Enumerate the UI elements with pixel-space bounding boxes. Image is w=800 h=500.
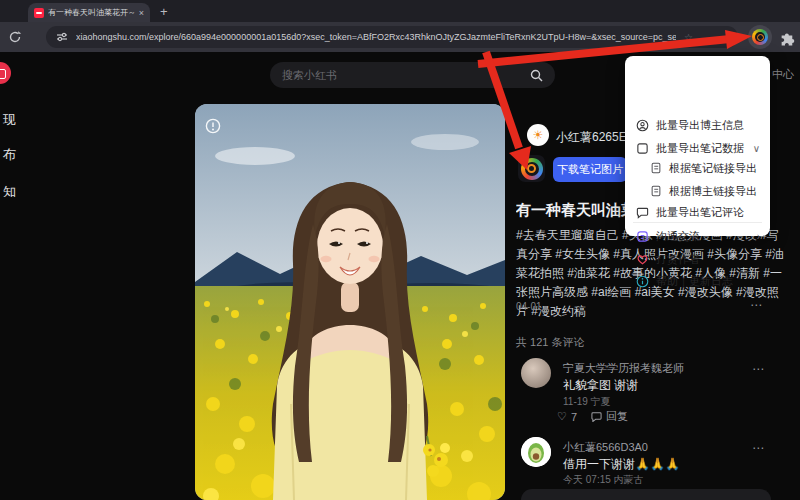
browser-tab-strip: 有一种春天叫油菜花开～普通朋 × + xyxy=(0,0,800,22)
comment-input[interactable] xyxy=(521,489,771,500)
reply-bubble-icon[interactable] xyxy=(591,411,602,422)
pray-emoji: 🙏🙏🙏 xyxy=(635,457,680,471)
info-icon xyxy=(636,275,649,288)
xiaohongshu-logo[interactable] xyxy=(0,62,11,84)
extension-logo-icon xyxy=(521,158,543,180)
menu-item-tip-author[interactable]: 打赏作者 xyxy=(625,250,770,268)
menu-item-label: 根据博主链接导出 xyxy=(669,184,757,199)
comment-text: 借用一下谢谢🙏🙏🙏 xyxy=(563,456,680,473)
browser-toolbar: xiaohongshu.com/explore/660a994e00000000… xyxy=(0,22,800,52)
bookmark-star-icon[interactable]: ☆ xyxy=(684,32,693,43)
header-partial-text: 中心 xyxy=(772,67,794,82)
xiaohongshu-favicon xyxy=(34,8,44,18)
comment-more-icon[interactable]: ⋯ xyxy=(752,362,765,376)
note-more-icon[interactable]: ⋯ xyxy=(750,298,763,312)
commenter-name[interactable]: 小红薯6566D3A0 xyxy=(563,440,648,455)
download-note-images-button[interactable]: 下载笔记图片 xyxy=(553,157,627,182)
address-bar[interactable]: xiaohongshu.com/explore/660a994e00000000… xyxy=(46,26,738,48)
tab-close-icon[interactable]: × xyxy=(139,8,144,18)
like-heart-icon[interactable]: ♡ xyxy=(557,410,567,423)
commenter-avatar[interactable] xyxy=(521,437,551,467)
comment-bubble-icon xyxy=(636,206,649,219)
menu-item-label: 批量导出笔记数据 xyxy=(656,141,744,156)
author-avatar[interactable]: ☀ xyxy=(527,124,549,146)
menu-item-export-note-comments[interactable]: 批量导出笔记评论 xyxy=(625,203,770,221)
menu-item-label: 批量导出笔记评论 xyxy=(656,205,744,220)
extension-inpage-button[interactable] xyxy=(518,155,545,182)
url-text: xiaohongshu.com/explore/660a994e00000000… xyxy=(76,32,676,42)
browser-tab[interactable]: 有一种春天叫油菜花开～普通朋 × xyxy=(28,3,150,22)
chevron-right-icon: › xyxy=(757,231,760,242)
author-name[interactable]: 小红薯6265E3 xyxy=(556,129,633,146)
menu-item-export-by-note-link[interactable]: 根据笔记链接导出 xyxy=(625,159,770,177)
search-bar[interactable] xyxy=(270,62,555,88)
image-info-icon[interactable] xyxy=(205,118,221,134)
extension-dropdown-menu: 批量导出博主信息 批量导出笔记数据 ∨ 根据笔记链接导出 根据博主链接导出 xyxy=(625,56,770,236)
new-tab-button[interactable]: + xyxy=(160,4,168,20)
extension-toolbar-button[interactable] xyxy=(748,25,772,49)
menu-item-label: 打赏作者 xyxy=(656,252,700,267)
menu-item-label: 批量导出博主信息 xyxy=(656,118,744,133)
chevron-down-icon: ∨ xyxy=(753,143,760,154)
menu-item-export-blogger-info[interactable]: 批量导出博主信息 xyxy=(625,116,770,134)
note-image[interactable] xyxy=(195,104,505,500)
comment-meta: 今天 07:15 内蒙古 xyxy=(563,473,644,487)
comment-more-icon[interactable]: ⋯ xyxy=(752,441,765,455)
menu-item-label: 沟通交流 xyxy=(656,229,700,244)
commenter-name[interactable]: 宁夏大学学历报考魏老师 xyxy=(563,361,684,376)
note-date: 04-01 xyxy=(516,301,542,312)
note-square-icon xyxy=(636,142,649,155)
menu-item-communication[interactable]: 沟通交流 › xyxy=(625,227,770,245)
menu-item-export-note-data[interactable]: 批量导出笔记数据 ∨ xyxy=(625,139,770,157)
menu-divider xyxy=(633,222,762,223)
chat-purple-icon xyxy=(636,230,649,243)
comment-text: 礼貌拿图 谢谢 xyxy=(563,377,638,394)
sidebar-item-discover[interactable]: 现 xyxy=(3,111,16,129)
reply-label[interactable]: 回复 xyxy=(606,409,628,424)
reload-icon[interactable] xyxy=(8,30,22,44)
sun-icon: ☀ xyxy=(533,128,544,142)
document-icon xyxy=(650,162,662,174)
menu-item-label: 根据笔记链接导出 xyxy=(669,161,757,176)
comment-meta: 11-19 宁夏 xyxy=(563,395,611,409)
sidebar-item-notifications[interactable]: 知 xyxy=(3,183,16,201)
site-info-icon[interactable] xyxy=(56,31,68,43)
comments-count: 共 121 条评论 xyxy=(516,335,584,350)
heart-icon xyxy=(636,253,649,266)
commenter-avatar[interactable] xyxy=(521,358,551,388)
comment-text-body: 借用一下谢谢 xyxy=(563,457,635,471)
menu-item-label: 帮助｜更新日志 xyxy=(656,274,733,289)
sidebar-item-publish[interactable]: 布 xyxy=(3,146,16,164)
search-icon[interactable] xyxy=(530,69,543,82)
menu-item-help-changelog[interactable]: 帮助｜更新日志 xyxy=(625,272,770,290)
like-count: 7 xyxy=(571,411,577,423)
user-circle-icon xyxy=(636,119,649,132)
search-input[interactable] xyxy=(282,69,530,81)
browser-window: 有一种春天叫油菜花开～普通朋 × + xiaohongshu.com/explo… xyxy=(0,0,800,500)
tab-title: 有一种春天叫油菜花开～普通朋 xyxy=(48,7,135,18)
document-icon xyxy=(650,185,662,197)
avocado-avatar-icon xyxy=(521,437,551,467)
extensions-puzzle-icon[interactable] xyxy=(779,29,796,46)
menu-item-export-by-blogger-link[interactable]: 根据博主链接导出 xyxy=(625,182,770,200)
rapeseed-field-portrait xyxy=(195,104,505,500)
extension-logo-icon xyxy=(752,29,768,45)
